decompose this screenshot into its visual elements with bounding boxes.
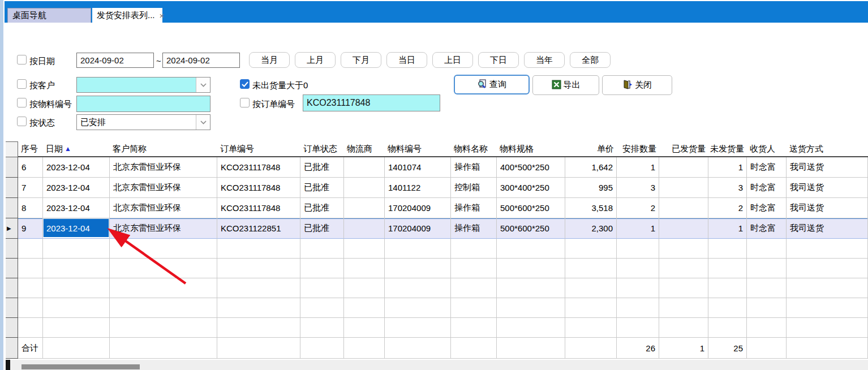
table-cell[interactable]: 操作箱 bbox=[451, 218, 497, 239]
table-cell[interactable]: 400*500*250 bbox=[497, 157, 565, 178]
column-header-2[interactable]: 客户简称 bbox=[110, 141, 217, 157]
quick-range-button[interactable]: 下月 bbox=[341, 52, 381, 68]
quick-range-button[interactable]: 上月 bbox=[295, 52, 336, 68]
column-header-11[interactable]: 已发货量 bbox=[659, 141, 708, 157]
column-header-7[interactable]: 物料名称 bbox=[451, 141, 497, 157]
row-selector[interactable] bbox=[6, 278, 18, 298]
table-cell[interactable]: 2023-12-04 bbox=[43, 178, 110, 198]
row-selector[interactable] bbox=[6, 178, 18, 198]
column-header-5[interactable]: 物流商 bbox=[344, 141, 385, 157]
column-header-3[interactable]: 订单编号 bbox=[217, 141, 300, 157]
table-cell[interactable]: 3 bbox=[708, 178, 747, 198]
quick-range-button[interactable]: 上日 bbox=[432, 52, 473, 68]
table-cell[interactable]: 300*400*250 bbox=[497, 178, 565, 198]
table-cell[interactable] bbox=[344, 218, 385, 239]
table-cell[interactable]: 170204009 bbox=[385, 218, 451, 239]
quick-range-button[interactable]: 当月 bbox=[249, 52, 290, 68]
table-cell[interactable]: 已批准 bbox=[300, 178, 344, 198]
quick-range-button[interactable]: 当日 bbox=[386, 52, 427, 68]
table-cell[interactable]: 我司送货 bbox=[787, 178, 868, 198]
table-cell[interactable]: 3,518 bbox=[565, 198, 617, 218]
tab-desktop-navigation[interactable]: 桌面导航 bbox=[7, 8, 91, 23]
quick-range-button[interactable]: 当年 bbox=[524, 52, 565, 68]
close-button[interactable]: 关闭 bbox=[602, 75, 672, 95]
chevron-down-icon[interactable] bbox=[196, 115, 210, 130]
column-header-4[interactable]: 订单状态 bbox=[300, 141, 344, 157]
export-button[interactable]: 导出 bbox=[532, 75, 599, 95]
customer-select[interactable] bbox=[76, 77, 210, 93]
table-cell[interactable]: 170204009 bbox=[385, 198, 451, 218]
table-cell[interactable]: 我司送货 bbox=[787, 198, 868, 218]
table-cell[interactable]: 2,300 bbox=[565, 218, 617, 239]
table-cell[interactable]: 8 bbox=[18, 198, 43, 218]
table-cell[interactable]: KCO231117848 bbox=[217, 178, 300, 198]
checkbox-by-date[interactable] bbox=[17, 55, 27, 64]
quick-range-button[interactable]: 全部 bbox=[570, 52, 611, 68]
table-cell[interactable]: 北京东雷恒业环保 bbox=[110, 218, 217, 239]
table-cell[interactable]: 我司送货 bbox=[787, 218, 868, 239]
quick-range-button[interactable]: 下日 bbox=[478, 52, 519, 68]
table-cell[interactable] bbox=[659, 198, 708, 218]
chevron-down-icon[interactable] bbox=[196, 78, 210, 92]
horizontal-scrollbar-thumb[interactable] bbox=[22, 364, 140, 369]
column-header-12[interactable]: 未发货量 bbox=[708, 141, 747, 157]
table-cell[interactable] bbox=[659, 178, 708, 198]
table-cell[interactable]: 1 bbox=[708, 218, 747, 239]
table-cell[interactable]: 2023-12-04 bbox=[43, 218, 110, 239]
row-selector[interactable] bbox=[6, 298, 18, 318]
checkbox-by-status[interactable] bbox=[17, 117, 27, 126]
table-cell[interactable]: 时念富 bbox=[747, 157, 787, 178]
table-cell[interactable] bbox=[344, 178, 385, 198]
tab-shipping-schedule[interactable]: 发货安排表列... × bbox=[92, 8, 162, 23]
table-cell[interactable]: 500*600*250 bbox=[497, 218, 565, 239]
table-cell[interactable] bbox=[344, 198, 385, 218]
column-header-0[interactable]: 序号 bbox=[18, 141, 43, 157]
table-cell[interactable] bbox=[659, 157, 708, 178]
close-tab-icon[interactable]: × bbox=[160, 11, 165, 20]
table-cell[interactable]: 时念富 bbox=[747, 178, 787, 198]
column-header-13[interactable]: 收货人 bbox=[747, 141, 787, 157]
table-cell[interactable] bbox=[659, 218, 708, 239]
date-from-input[interactable] bbox=[76, 53, 154, 68]
checkbox-by-order-no[interactable] bbox=[240, 98, 250, 107]
table-cell[interactable] bbox=[344, 157, 385, 178]
status-select[interactable]: 已安排 bbox=[76, 114, 210, 130]
table-cell[interactable]: 已批准 bbox=[300, 218, 344, 239]
table-cell[interactable]: KCO231117848 bbox=[217, 157, 300, 178]
date-to-input[interactable] bbox=[162, 53, 240, 68]
table-cell[interactable]: 2023-12-04 bbox=[43, 198, 110, 218]
table-cell[interactable]: 北京东雷恒业环保 bbox=[110, 157, 217, 178]
column-header-10[interactable]: 安排数量 bbox=[617, 141, 659, 157]
table-cell[interactable]: 1401074 bbox=[385, 157, 451, 178]
row-selector[interactable] bbox=[6, 157, 18, 178]
query-button[interactable]: 查询 bbox=[454, 75, 530, 94]
table-cell[interactable]: 北京东雷恒业环保 bbox=[110, 178, 217, 198]
table-cell[interactable]: 1 bbox=[708, 157, 747, 178]
table-cell[interactable]: 500*600*250 bbox=[497, 198, 565, 218]
column-header-9[interactable]: 单价 bbox=[565, 141, 617, 157]
material-no-input[interactable] bbox=[76, 96, 210, 112]
table-cell[interactable]: 1,642 bbox=[565, 157, 617, 178]
table-cell[interactable]: 995 bbox=[565, 178, 617, 198]
table-cell[interactable]: 已批准 bbox=[300, 157, 344, 178]
column-header-6[interactable]: 物料编号 bbox=[385, 141, 451, 157]
table-cell[interactable]: 2023-12-04 bbox=[43, 157, 110, 178]
column-header-8[interactable]: 物料规格 bbox=[497, 141, 565, 157]
table-cell[interactable]: 1 bbox=[617, 157, 659, 178]
table-cell[interactable]: 3 bbox=[617, 178, 659, 198]
row-selector[interactable] bbox=[6, 198, 18, 218]
table-cell[interactable]: KCO231122851 bbox=[217, 218, 300, 239]
column-header-14[interactable]: 送货方式 bbox=[787, 141, 868, 157]
row-selector[interactable] bbox=[6, 259, 18, 278]
table-cell[interactable]: 时念富 bbox=[747, 198, 787, 218]
table-cell[interactable]: 北京东雷恒业环保 bbox=[110, 198, 217, 218]
column-header-1[interactable]: 日期▲ bbox=[43, 141, 110, 157]
table-cell[interactable]: 操作箱 bbox=[451, 198, 497, 218]
table-cell[interactable]: 7 bbox=[18, 178, 43, 198]
checkbox-by-customer[interactable] bbox=[17, 79, 27, 89]
table-cell[interactable]: KCO231117848 bbox=[217, 198, 300, 218]
table-cell[interactable]: 时念富 bbox=[747, 218, 787, 239]
row-selector[interactable] bbox=[6, 318, 18, 338]
table-cell[interactable]: 已批准 bbox=[300, 198, 344, 218]
checkbox-unshipped-gt0[interactable] bbox=[240, 79, 250, 89]
